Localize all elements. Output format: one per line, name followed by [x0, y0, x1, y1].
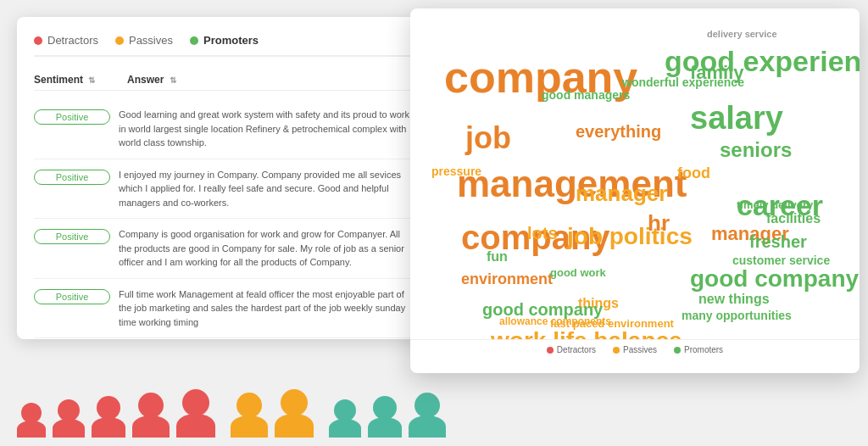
response-text-4: Full time work Management at feald offic… [119, 287, 415, 330]
answer-col-header: Answer ⇅ [127, 74, 415, 86]
sentiment-badge-2: Positive [34, 170, 110, 185]
word-cloud-word: facilities [766, 212, 821, 226]
word-cloud-word: lots [527, 225, 558, 242]
word-cloud-word: good work [550, 267, 606, 278]
people-row [17, 389, 446, 438]
sentiment-label: Sentiment [34, 74, 83, 86]
sort-icon-sentiment[interactable]: ⇅ [88, 75, 95, 85]
table-row: Positive Company is good organisation fo… [34, 219, 415, 279]
tab-passives[interactable]: Passives [115, 34, 173, 47]
word-cloud-word: job politics [567, 225, 693, 248]
word-cloud-word: new things [698, 293, 770, 306]
legend-detractors: Detractors [547, 345, 596, 354]
word-cloud-word: environment [461, 271, 553, 287]
person-orange-2 [275, 389, 314, 438]
word-cloud-legend: Detractors Passives Promoters [410, 339, 860, 360]
sentiment-badge-3: Positive [34, 229, 110, 244]
legend-dot-passives [613, 347, 620, 354]
person-orange-1 [231, 393, 268, 438]
word-cloud-word: many opportunities [682, 309, 792, 321]
answer-label: Answer [127, 74, 164, 86]
tab-detractors[interactable]: Detractors [34, 34, 98, 47]
word-cloud-word: allowance components [499, 316, 611, 326]
word-cloud-word: work life balance [491, 329, 682, 339]
word-cloud-word: fun [487, 250, 508, 264]
word-cloud-word: good managers [542, 89, 630, 101]
detractors-dot [34, 36, 42, 45]
word-cloud-word: good company [690, 267, 859, 291]
tabs-container: Detractors Passives Promoters [34, 34, 415, 57]
sort-icon-answer[interactable]: ⇅ [170, 75, 176, 85]
response-text-3: Company is good organisation for work an… [119, 227, 415, 270]
legend-passives: Passives [613, 345, 657, 354]
word-cloud-panel: companygood experiencemanagementcompanys… [410, 8, 860, 373]
table-row: Positive Good learning and great work sy… [34, 99, 415, 159]
legend-dot-detractors [547, 347, 554, 354]
tab-promoters[interactable]: Promoters [190, 34, 259, 47]
response-text-2: I enjoyed my journey in Company. Company… [119, 168, 415, 210]
response-text-1: Good learning and great work system with… [119, 108, 415, 150]
promoters-label: Promoters [203, 34, 259, 47]
table-header: Sentiment ⇅ Answer ⇅ [34, 70, 415, 91]
passives-label: Passives [129, 34, 173, 47]
word-cloud-word: seniors [720, 140, 792, 160]
sentiment-badge-1: Positive [34, 109, 110, 125]
sentiment-badge-4: Positive [34, 289, 110, 304]
person-red-4 [132, 393, 170, 438]
left-panel: Detractors Passives Promoters Sentiment … [17, 17, 432, 339]
word-cloud-word: delivery service [707, 30, 777, 39]
person-red-5 [176, 389, 215, 438]
sentiment-col-header: Sentiment ⇅ [34, 74, 119, 86]
table-row: Positive Full time work Management at fe… [34, 279, 415, 339]
detractors-label: Detractors [47, 34, 98, 47]
word-cloud-word: everything [576, 123, 661, 140]
word-cloud-word: wonderful experience [622, 76, 744, 88]
person-red-2 [53, 399, 85, 438]
word-cloud-word: salary [690, 102, 783, 134]
word-cloud-word: job [465, 123, 511, 153]
person-teal-3 [409, 393, 446, 438]
main-container: Detractors Passives Promoters Sentiment … [0, 0, 868, 446]
legend-label-passives: Passives [623, 345, 657, 354]
word-cloud-word: customer service [732, 254, 830, 266]
word-cloud-area: companygood experiencemanagementcompanys… [410, 8, 860, 339]
word-cloud-word: fresher [749, 233, 807, 250]
word-cloud-word: manager [576, 182, 667, 204]
legend-label-detractors: Detractors [557, 345, 596, 354]
person-teal-2 [368, 396, 402, 438]
word-cloud-word: pressure [431, 165, 481, 177]
person-teal-1 [329, 399, 361, 438]
legend-label-promoters: Promoters [684, 345, 723, 354]
table-row: Positive I enjoyed my journey in Company… [34, 159, 415, 220]
legend-dot-promoters [674, 347, 681, 354]
promoters-dot [190, 36, 198, 45]
passives-dot [115, 36, 124, 45]
word-cloud-word: food [677, 165, 710, 181]
word-cloud-word: hr [648, 212, 670, 234]
person-red-3 [92, 396, 125, 438]
person-red-1 [17, 403, 46, 438]
legend-promoters: Promoters [674, 345, 723, 354]
word-cloud-word: timely delivery [737, 199, 813, 210]
